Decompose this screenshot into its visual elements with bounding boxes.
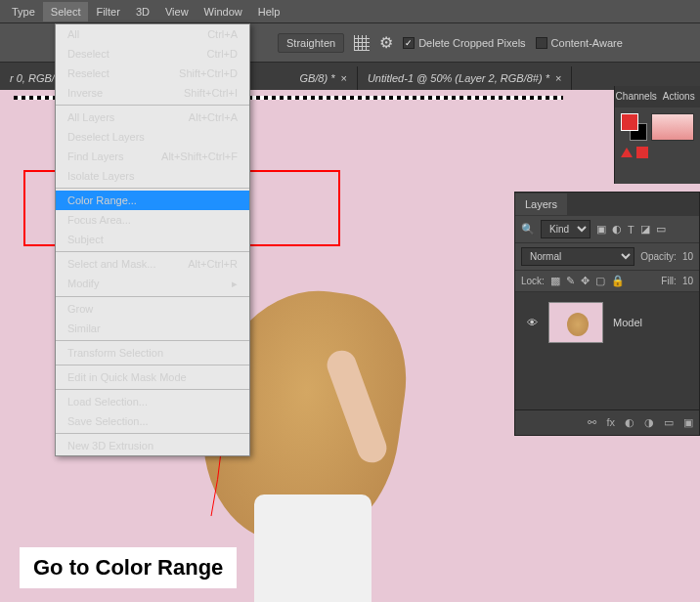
opacity-value[interactable]: 10 xyxy=(682,251,693,262)
filter-kind-select[interactable]: Kind xyxy=(541,220,591,238)
lock-artboard-icon[interactable]: ▢ xyxy=(595,275,605,287)
menu-item-deselect[interactable]: DeselectCtrl+D xyxy=(56,44,249,64)
menu-item-similar: Similar xyxy=(56,319,249,338)
lock-all-icon[interactable]: 🔒 xyxy=(611,275,625,287)
opacity-label: Opacity: xyxy=(640,251,677,262)
filter-smart-icon[interactable]: ▭ xyxy=(656,223,666,236)
menu-item-deselect-layers[interactable]: Deselect Layers xyxy=(56,127,249,147)
menu-3d[interactable]: 3D xyxy=(128,2,157,22)
color-gradient[interactable] xyxy=(651,113,694,141)
delete-cropped-label: Delete Cropped Pixels xyxy=(418,37,525,49)
fx-icon[interactable]: fx xyxy=(606,416,615,429)
adjustment-icon[interactable]: ◑ xyxy=(644,416,654,429)
visibility-icon[interactable]: 👁 xyxy=(525,317,539,328)
layers-tab[interactable]: Layers xyxy=(515,194,567,215)
menu-item-inverse[interactable]: InverseShift+Ctrl+I xyxy=(56,83,249,103)
fill-label: Fill: xyxy=(661,276,677,286)
menu-help[interactable]: Help xyxy=(250,2,288,22)
delete-cropped-checkbox[interactable] xyxy=(403,37,415,49)
menu-item-transform-selection: Transform Selection xyxy=(56,343,249,363)
filter-adjust-icon[interactable]: ◐ xyxy=(612,223,622,236)
annotation-text: Go to Color Range xyxy=(20,547,237,588)
document-tab[interactable]: Untitled-1 @ 50% (Layer 2, RGB/8#) *× xyxy=(358,66,572,90)
menu-item-subject[interactable]: Subject xyxy=(56,230,249,249)
group-icon[interactable]: ▭ xyxy=(664,416,674,429)
warning-icon xyxy=(621,148,633,157)
menu-item-all-layers[interactable]: All LayersAlt+Ctrl+A xyxy=(56,108,249,127)
gear-icon[interactable]: ⚙ xyxy=(379,33,393,52)
straighten-button[interactable]: Straighten xyxy=(278,33,344,53)
fill-value[interactable]: 10 xyxy=(682,276,693,286)
menu-item-all[interactable]: AllCtrl+A xyxy=(56,24,249,44)
menu-item-isolate-layers[interactable]: Isolate Layers xyxy=(56,166,249,186)
right-panel: Channels Actions xyxy=(614,86,700,184)
select-menu-dropdown: AllCtrl+ADeselectCtrl+DReselectShift+Ctr… xyxy=(55,23,250,456)
grid-overlay-icon[interactable] xyxy=(354,35,370,51)
menu-item-load-selection[interactable]: Load Selection... xyxy=(56,392,249,411)
mask-icon[interactable]: ◐ xyxy=(625,416,634,429)
filter-shape-icon[interactable]: ◪ xyxy=(640,223,650,236)
menu-type[interactable]: Type xyxy=(4,2,43,22)
content-aware-label: Content-Aware xyxy=(551,37,623,49)
close-icon[interactable]: × xyxy=(340,72,346,84)
layer-row[interactable]: 👁 Model xyxy=(521,298,693,347)
lock-position-icon[interactable]: ✥ xyxy=(581,275,590,287)
lock-brush-icon[interactable]: ✎ xyxy=(566,275,575,287)
menu-item-new-3d-extrusion: New 3D Extrusion xyxy=(56,436,249,455)
layer-thumbnail[interactable] xyxy=(548,302,603,343)
search-icon[interactable]: 🔍 xyxy=(521,223,535,236)
menu-select[interactable]: Select xyxy=(43,2,89,22)
link-layers-icon[interactable]: ⚯ xyxy=(588,416,596,429)
menu-item-modify[interactable]: Modify▸ xyxy=(56,274,249,294)
channels-tab[interactable]: Channels xyxy=(615,86,658,108)
menu-item-color-range[interactable]: Color Range... xyxy=(56,191,249,210)
menu-item-select-and-mask[interactable]: Select and Mask...Alt+Ctrl+R xyxy=(56,254,249,274)
layers-footer: ⚯ fx ◐ ◑ ▭ ▣ xyxy=(515,409,699,435)
menu-view[interactable]: View xyxy=(157,2,197,22)
filter-pixel-icon[interactable]: ▣ xyxy=(596,223,606,236)
menu-item-edit-in-quick-mask-mode[interactable]: Edit in Quick Mask Mode xyxy=(56,367,249,387)
menu-item-reselect[interactable]: ReselectShift+Ctrl+D xyxy=(56,64,249,83)
lock-transparency-icon[interactable]: ▩ xyxy=(550,275,560,287)
menu-item-focus-area[interactable]: Focus Area... xyxy=(56,210,249,230)
menu-filter[interactable]: Filter xyxy=(88,2,127,22)
color-chip[interactable] xyxy=(636,147,648,158)
actions-tab[interactable]: Actions xyxy=(658,86,701,108)
layer-name[interactable]: Model xyxy=(613,317,642,328)
menubar: Type Select Filter 3D View Window Help xyxy=(0,0,700,23)
lock-label: Lock: xyxy=(521,276,545,286)
blend-mode-select[interactable]: Normal xyxy=(521,247,634,266)
content-aware-checkbox[interactable] xyxy=(536,37,547,49)
layers-panel: Layers 🔍 Kind ▣ ◐ T ◪ ▭ Normal Opacity: … xyxy=(514,192,700,436)
close-icon[interactable]: × xyxy=(555,72,561,84)
menu-item-save-selection: Save Selection... xyxy=(56,411,249,431)
menu-item-grow: Grow xyxy=(56,299,249,319)
menu-window[interactable]: Window xyxy=(197,2,250,22)
color-swatches[interactable] xyxy=(621,113,647,141)
new-layer-icon[interactable]: ▣ xyxy=(683,416,693,429)
filter-type-icon[interactable]: T xyxy=(628,224,634,236)
menu-item-find-layers[interactable]: Find LayersAlt+Shift+Ctrl+F xyxy=(56,147,249,166)
document-tab[interactable]: GB/8) *× xyxy=(289,66,358,90)
